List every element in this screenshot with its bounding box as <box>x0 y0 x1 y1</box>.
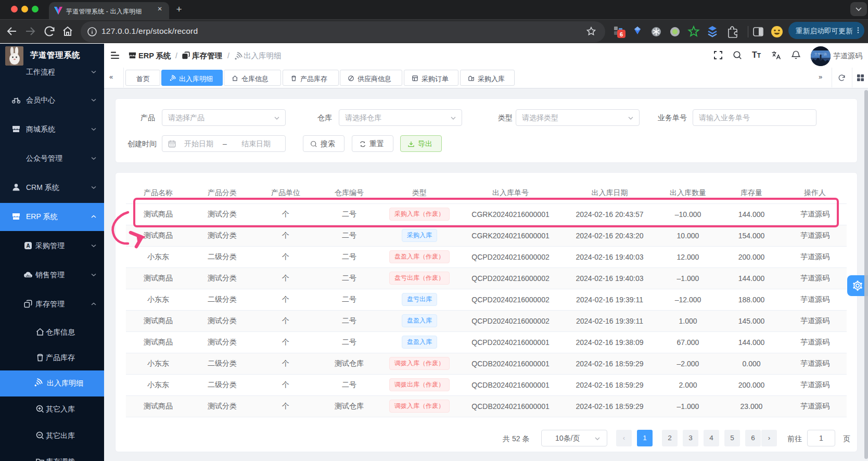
svg-text:A: A <box>26 243 30 249</box>
svg-text:6: 6 <box>620 31 623 37</box>
svg-text:文专一路: 文专一路 <box>814 52 827 56</box>
